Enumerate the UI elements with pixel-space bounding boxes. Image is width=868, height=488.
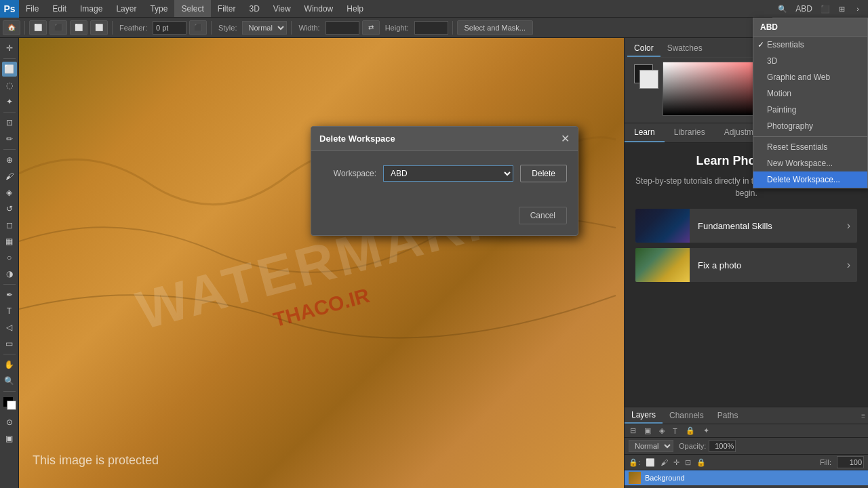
workspace-delete[interactable]: Delete Workspace... [753,171,867,188]
cancel-button[interactable]: Cancel [519,207,567,224]
dialog-workspace-row: Workspace: ABD Delete [322,165,567,182]
path-tool[interactable]: ◁ [2,320,17,335]
workspace-switcher-icon[interactable]: ⬛ [818,2,833,16]
menu-view[interactable]: View [267,0,298,17]
search-icon[interactable]: 🔍 [775,2,790,16]
move-tool[interactable]: ✛ [2,41,17,56]
menu-type[interactable]: Type [143,0,174,17]
layer-controls: Normal Opacity: [625,438,868,455]
lock-artboard[interactable]: ⊡ [685,458,691,467]
clone-tool[interactable]: ◈ [2,185,17,200]
workspace-select[interactable]: ABD [383,165,513,182]
layers-filter-icon[interactable]: ⊟ [627,426,639,436]
workspace-name[interactable]: ABD [791,4,816,14]
lock-pixels[interactable]: 🖌 [660,458,668,466]
history-brush[interactable]: ↺ [2,201,17,216]
menu-help[interactable]: Help [340,0,370,17]
screen-mode-btn[interactable]: ▣ [2,431,17,446]
bg-color-box[interactable] [639,70,658,89]
tab-swatches[interactable]: Swatches [660,41,709,57]
type-tool[interactable]: T [2,304,17,319]
eraser-tool[interactable]: ◻ [2,218,17,232]
tab-paths[interactable]: Paths [711,408,745,423]
dodge-tool[interactable]: ◑ [2,266,17,281]
tab-layers[interactable]: Layers [625,407,663,424]
card-fix-photo-img [635,248,690,282]
quick-mask-btn[interactable]: ⊙ [2,415,17,430]
crop-tool[interactable]: ⊡ [2,115,17,130]
layer-name: Background [645,474,685,482]
height-input[interactable] [414,21,448,35]
marquee-option3[interactable]: ⬜ [90,20,108,35]
menu-edit[interactable]: Edit [45,0,73,17]
tab-libraries[interactable]: Libraries [665,123,715,142]
menu-layer[interactable]: Layer [109,0,143,17]
select-mask-btn[interactable]: Select and Mask... [457,20,534,35]
workspace-motion[interactable]: Motion [753,85,867,102]
menu-image[interactable]: Image [73,0,109,17]
workspace-dropdown: ABD Essentials 3D Graphic and Web Motion… [753,18,868,188]
workspace-new[interactable]: New Workspace... [753,155,867,171]
lock-all[interactable]: 🔒 [696,458,706,467]
workspace-photography[interactable]: Photography [753,118,867,134]
tab-channels[interactable]: Channels [663,408,711,423]
dialog-titlebar: Delete Workspace ✕ [311,127,578,151]
layer-row-background[interactable]: Background [625,470,868,485]
arrange-icon[interactable]: ⊞ [834,2,849,16]
layers-smart-icon: ✦ [701,426,712,436]
workspace-dropdown-header: ABD [753,18,867,37]
style-select[interactable]: Normal [242,21,287,35]
opacity-input[interactable] [709,440,736,452]
gradient-tool[interactable]: ▦ [2,234,17,249]
layers-panel-collapse[interactable]: ≡ [859,412,868,420]
magic-wand-tool[interactable]: ✦ [2,94,17,109]
workspace-reset[interactable]: Reset Essentials [753,139,867,155]
width-input[interactable] [326,21,359,35]
menu-file[interactable]: File [19,0,45,17]
marquee-tool-left[interactable]: ⬜ [2,62,17,77]
fill-input[interactable] [837,456,864,468]
blur-tool[interactable]: ○ [2,250,17,265]
feather-icon[interactable]: ⬛ [189,20,207,35]
workspace-painting[interactable]: Painting [753,102,867,118]
lock-label: 🔒: [629,458,640,467]
menu-window[interactable]: Window [298,0,340,17]
lock-position[interactable]: ✛ [673,458,679,467]
menu-3d[interactable]: 3D [242,0,266,17]
brush-tool[interactable]: 🖌 [2,169,17,184]
layers-effect-icon: ◈ [656,426,667,436]
tab-learn[interactable]: Learn [625,123,665,142]
healing-tool[interactable]: ⊕ [2,152,17,167]
marquee-option1[interactable]: ⬛ [50,20,67,35]
lock-transparent[interactable]: ⬜ [646,458,655,467]
shape-tool[interactable]: ▭ [2,336,17,351]
menu-filter[interactable]: Filter [211,0,243,17]
more-icon[interactable]: › [850,2,865,16]
home-btn[interactable]: 🏠 [3,20,20,35]
lasso-tool[interactable]: ◌ [2,78,17,93]
tab-color[interactable]: Color [627,41,660,57]
layer-thumb [629,472,641,484]
layers-type-icon: ▣ [642,426,654,436]
blend-mode-select[interactable]: Normal [629,440,673,452]
workspace-graphic-web[interactable]: Graphic and Web [753,69,867,85]
feather-input[interactable] [153,21,186,35]
width-label: Width: [296,24,322,32]
background-color[interactable] [7,401,16,410]
ps-logo: Ps [0,0,19,18]
workspace-essentials[interactable]: Essentials [753,37,867,53]
hand-tool[interactable]: ✋ [2,357,17,372]
eyedropper-tool[interactable]: ✏ [2,131,17,146]
card-fundamental[interactable]: Fundamental Skills › [635,209,857,243]
dialog-close-btn[interactable]: ✕ [561,132,570,145]
marquee-tool[interactable]: ⬜ [29,20,47,35]
zoom-tool[interactable]: 🔍 [2,373,17,388]
card-fix-photo-text: Fix a photo [690,260,847,270]
card-fix-photo[interactable]: Fix a photo › [635,248,857,282]
pen-tool[interactable]: ✒ [2,287,17,302]
workspace-3d[interactable]: 3D [753,53,867,69]
delete-button[interactable]: Delete [520,165,567,182]
menu-select[interactable]: Select [174,0,210,17]
marquee-option2[interactable]: ⬜ [70,20,87,35]
swap-icon[interactable]: ⇄ [362,20,380,35]
